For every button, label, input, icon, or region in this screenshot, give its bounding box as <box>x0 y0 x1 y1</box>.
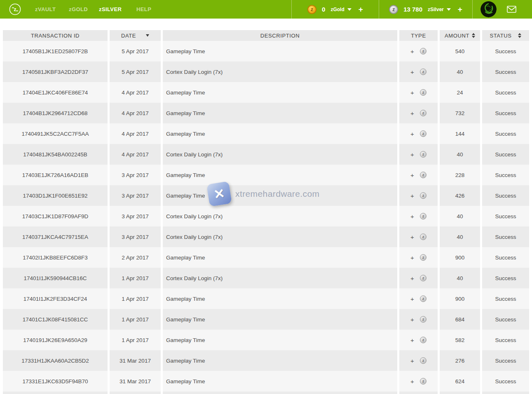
zsilver-coin-icon: z <box>420 192 427 199</box>
date-cell: 31 Mar 2017 <box>110 371 161 392</box>
zsilver-coin-icon: z <box>420 378 427 385</box>
date-cell: 5 Apr 2017 <box>110 61 161 82</box>
credit-plus-sign: + <box>410 337 414 344</box>
transaction-id-cell: 17401I1JK590944CB16C <box>3 268 108 288</box>
amount-cell <box>440 392 480 394</box>
credit-plus-sign: + <box>410 48 414 55</box>
amount-cell: 900 <box>440 288 480 309</box>
zgold-wallet: z 0 zGold + <box>292 0 379 19</box>
type-cell: + z <box>399 247 438 268</box>
transaction-id-cell: 1740481JK54BA002245B <box>3 144 108 165</box>
transaction-id-cell: 17403E1JK726A16AD1EB <box>3 165 108 185</box>
amount-cell: 24 <box>440 82 480 103</box>
chevron-down-icon[interactable] <box>447 8 451 11</box>
credit-plus-sign: + <box>410 172 414 179</box>
transaction-id-cell: 17404B1JK2964712CD68 <box>3 103 108 123</box>
column-label: DATE <box>121 33 136 39</box>
table-row: 1740491JK5C2ACC7F5AA 4 Apr 2017 Gameplay… <box>3 123 532 144</box>
zsilver-coin-icon: z <box>420 110 427 116</box>
type-cell: + z <box>399 185 438 206</box>
amount-cell: 144 <box>440 123 480 144</box>
table-row: 17401C1JK08F415081CC 1 Apr 2017 Gameplay… <box>3 309 532 330</box>
column-header-description[interactable]: DESCRIPTION <box>163 30 397 41</box>
mail-icon[interactable] <box>507 6 516 13</box>
nav-item-help[interactable]: HELP <box>136 0 151 19</box>
credit-plus-sign: + <box>410 192 414 199</box>
date-cell <box>110 392 161 394</box>
add-zsilver-button[interactable]: + <box>458 0 462 19</box>
transaction-id-cell: 17402I1JKB8EEFC6D8F3 <box>3 247 108 268</box>
zgold-label: zGold <box>330 7 344 12</box>
zsilver-label: zSilver <box>428 7 444 12</box>
credit-plus-sign: + <box>410 110 414 117</box>
description-cell <box>163 392 397 394</box>
credit-plus-sign: + <box>410 316 414 323</box>
credit-plus-sign: + <box>410 130 414 137</box>
table-body: 17405B1JK1ED25807F2B 5 Apr 2017 Gameplay… <box>0 41 532 394</box>
table-row: 17401I1JK2FE3D34CF24 1 Apr 2017 Gameplay… <box>3 288 532 309</box>
zsilver-coin-icon: z <box>420 48 427 54</box>
description-cell: Gameplay Time <box>163 41 397 61</box>
date-cell: 1 Apr 2017 <box>110 268 161 288</box>
description-cell: Gameplay Time <box>163 330 397 350</box>
sort-descending-icon <box>146 34 149 37</box>
nav-item-zgold[interactable]: zGOLD <box>69 0 88 19</box>
date-cell: 2 Apr 2017 <box>110 247 161 268</box>
column-header-date[interactable]: DATE <box>110 30 161 41</box>
description-cell: Gameplay Time <box>163 165 397 185</box>
sort-toggle-icon <box>518 33 521 38</box>
type-cell: + z <box>399 103 438 123</box>
credit-plus-sign: + <box>410 151 414 158</box>
zsilver-coin-icon: z <box>420 275 427 281</box>
date-cell: 1 Apr 2017 <box>110 330 161 350</box>
date-cell: 1 Apr 2017 <box>110 309 161 330</box>
transaction-id-cell: 17331E1JKC63D5F94B70 <box>3 371 108 392</box>
chevron-down-icon[interactable] <box>347 8 352 11</box>
column-header-transaction-id[interactable]: TRANSACTION ID <box>3 30 108 41</box>
date-cell: 4 Apr 2017 <box>110 144 161 165</box>
description-cell: Gameplay Time <box>163 185 397 206</box>
user-avatar[interactable] <box>480 1 497 17</box>
zsilver-coin-icon: z <box>420 357 427 364</box>
credit-plus-sign: + <box>410 89 414 96</box>
status-cell: Success <box>482 371 529 392</box>
column-header-status[interactable]: STATUS <box>482 30 529 41</box>
date-cell: 4 Apr 2017 <box>110 103 161 123</box>
column-header-amount[interactable]: AMOUNT <box>440 30 480 41</box>
status-cell: Success <box>482 226 529 247</box>
type-cell: + z <box>399 41 438 61</box>
transaction-id-cell: 1740191JK26E9A650A29 <box>3 330 108 350</box>
sort-toggle-icon <box>472 33 475 38</box>
column-header-type[interactable]: TYPE <box>399 30 438 41</box>
zsilver-coin-icon: z <box>420 172 427 178</box>
description-cell: Cortex Daily Login (7x) <box>163 206 397 226</box>
column-label: TRANSACTION ID <box>31 33 80 39</box>
type-cell: + z <box>399 268 438 288</box>
table-row: 17404B1JK2964712CD68 4 Apr 2017 Gameplay… <box>3 103 532 123</box>
table-row: 17405B1JK1ED25807F2B 5 Apr 2017 Gameplay… <box>3 41 532 61</box>
table-row: 17403E1JK726A16AD1EB 3 Apr 2017 Gameplay… <box>3 165 532 185</box>
amount-cell: 40 <box>440 206 480 226</box>
credit-plus-sign: + <box>410 357 414 364</box>
nav-item-zvault[interactable]: zVAULT <box>35 0 56 19</box>
table-row: 17403D1JK1F00E651E92 3 Apr 2017 Gameplay… <box>3 185 532 206</box>
add-zgold-button[interactable]: + <box>359 0 363 19</box>
status-cell <box>482 392 529 394</box>
status-cell: Success <box>482 61 529 82</box>
amount-cell: 900 <box>440 247 480 268</box>
type-cell: + z <box>399 206 438 226</box>
amount-cell: 276 <box>440 350 480 371</box>
nav-item-zsilver[interactable]: zSILVER <box>99 0 122 19</box>
transaction-id-cell: 17403D1JK1F00E651E92 <box>3 185 108 206</box>
zvault-logo-icon[interactable]: z <box>9 3 21 16</box>
transaction-id-cell <box>3 392 108 394</box>
amount-cell: 426 <box>440 185 480 206</box>
amount-cell: 228 <box>440 165 480 185</box>
credit-plus-sign: + <box>410 275 414 282</box>
description-cell: Gameplay Time <box>163 288 397 309</box>
transaction-id-cell: 17331H1JKAA60A2CB5D2 <box>3 350 108 371</box>
description-cell: Gameplay Time <box>163 309 397 330</box>
transaction-id-cell: 17401C1JK08F415081CC <box>3 309 108 330</box>
table-row: 17331H1JKAA60A2CB5D2 31 Mar 2017 Gamepla… <box>3 350 532 371</box>
date-cell: 3 Apr 2017 <box>110 165 161 185</box>
